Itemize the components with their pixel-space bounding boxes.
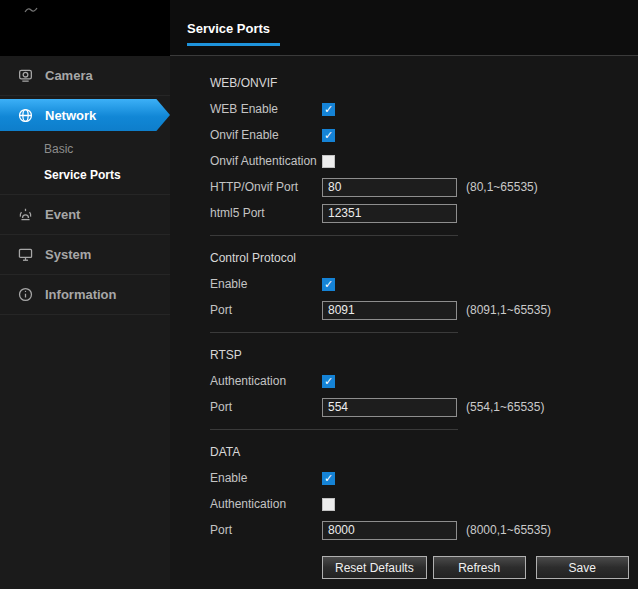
field-label: Authentication: [210, 374, 322, 388]
field-label: Authentication: [210, 497, 322, 511]
section-divider: [210, 429, 458, 430]
form-sections: WEB/ONVIFWEB Enable✓Onvif Enable✓Onvif A…: [210, 70, 638, 543]
sidebar-item-label: Event: [45, 207, 80, 222]
field-label: Onvif Enable: [210, 128, 322, 142]
web-onvif-onvif-authentication-checkbox[interactable]: [322, 155, 335, 168]
settings-form: WEB/ONVIFWEB Enable✓Onvif Enable✓Onvif A…: [170, 56, 638, 589]
form-row: Authentication✓: [210, 368, 638, 394]
tab-service-ports[interactable]: Service Ports: [187, 21, 280, 46]
range-hint: (554,1~65535): [466, 400, 544, 414]
rtsp-authentication-checkbox[interactable]: ✓: [322, 375, 335, 388]
system-icon: [16, 246, 34, 264]
logo-mark: [24, 4, 38, 18]
control-protocol-enable-checkbox[interactable]: ✓: [322, 278, 335, 291]
web-onvif-html5-port-input[interactable]: [322, 204, 457, 223]
form-row: Enable✓: [210, 271, 638, 297]
button-row: Reset DefaultsRefreshSave: [322, 556, 638, 579]
field-label: Onvif Authentication: [210, 154, 322, 168]
sidebar-item-label: Information: [45, 287, 117, 302]
section-divider: [210, 235, 458, 236]
form-row: Authentication: [210, 491, 638, 517]
info-icon: [16, 286, 34, 304]
field-label: HTTP/Onvif Port: [210, 180, 322, 194]
refresh-button[interactable]: Refresh: [433, 556, 526, 579]
sidebar-group-event: Event: [0, 195, 170, 235]
camera-icon: [16, 67, 34, 85]
reset-defaults-button[interactable]: Reset Defaults: [322, 556, 427, 579]
form-row: Port(554,1~65535): [210, 394, 638, 420]
range-hint: (8091,1~65535): [466, 303, 551, 317]
sidebar-subitem-basic[interactable]: Basic: [0, 136, 170, 162]
section-title-web-onvif: WEB/ONVIF: [210, 70, 638, 96]
section-title-control-protocol: Control Protocol: [210, 245, 638, 271]
sidebar: CameraNetworkBasicService PortsEventSyst…: [0, 0, 170, 589]
section-title-rtsp: RTSP: [210, 342, 638, 368]
field-label: html5 Port: [210, 206, 322, 220]
range-hint: (80,1~65535): [466, 180, 538, 194]
sidebar-item-label: Camera: [45, 68, 93, 83]
form-row: WEB Enable✓: [210, 96, 638, 122]
sidebar-subitem-label: Service Ports: [44, 168, 121, 182]
field-label: Enable: [210, 277, 322, 291]
sidebar-submenu: BasicService Ports: [0, 134, 170, 194]
sidebar-subitem-label: Basic: [44, 142, 73, 156]
event-icon: [16, 206, 34, 224]
field-label: Port: [210, 400, 322, 414]
section-title-data: DATA: [210, 439, 638, 465]
field-label: Port: [210, 303, 322, 317]
control-protocol-port-input[interactable]: [322, 301, 457, 320]
form-row: Enable✓: [210, 465, 638, 491]
network-icon: [16, 106, 34, 124]
field-label: Port: [210, 523, 322, 537]
sidebar-nav: CameraNetworkBasicService PortsEventSyst…: [0, 56, 170, 315]
sidebar-top: [0, 0, 170, 56]
form-row: html5 Port: [210, 200, 638, 226]
field-label: WEB Enable: [210, 102, 322, 116]
main-panel: Service Ports WEB/ONVIFWEB Enable✓Onvif …: [170, 0, 638, 589]
sidebar-item-label: Network: [45, 108, 96, 123]
app-window: CameraNetworkBasicService PortsEventSyst…: [0, 0, 638, 589]
web-onvif-web-enable-checkbox[interactable]: ✓: [322, 103, 335, 116]
sidebar-group-information: Information: [0, 275, 170, 315]
sidebar-item-information[interactable]: Information: [0, 275, 170, 314]
form-row: HTTP/Onvif Port(80,1~65535): [210, 174, 638, 200]
sidebar-item-system[interactable]: System: [0, 235, 170, 274]
web-onvif-http-onvif-port-input[interactable]: [322, 178, 457, 197]
data-authentication-checkbox[interactable]: [322, 498, 335, 511]
sidebar-group-system: System: [0, 235, 170, 275]
form-row: Onvif Authentication: [210, 148, 638, 174]
field-label: Enable: [210, 471, 322, 485]
web-onvif-onvif-enable-checkbox[interactable]: ✓: [322, 129, 335, 142]
range-hint: (8000,1~65535): [466, 523, 551, 537]
sidebar-item-label: System: [45, 247, 91, 262]
data-enable-checkbox[interactable]: ✓: [322, 472, 335, 485]
rtsp-port-input[interactable]: [322, 398, 457, 417]
sidebar-item-camera[interactable]: Camera: [0, 56, 170, 95]
sidebar-group-camera: Camera: [0, 56, 170, 96]
section-divider: [210, 332, 458, 333]
sidebar-group-network: NetworkBasicService Ports: [0, 99, 170, 195]
form-row: Port(8000,1~65535): [210, 517, 638, 543]
sidebar-subitem-service-ports[interactable]: Service Ports: [0, 162, 170, 188]
sidebar-item-event[interactable]: Event: [0, 195, 170, 234]
page-header: Service Ports: [170, 0, 638, 56]
sidebar-item-network[interactable]: Network: [0, 99, 170, 131]
data-port-input[interactable]: [322, 521, 457, 540]
save-button[interactable]: Save: [536, 556, 629, 579]
form-row: Port(8091,1~65535): [210, 297, 638, 323]
form-row: Onvif Enable✓: [210, 122, 638, 148]
